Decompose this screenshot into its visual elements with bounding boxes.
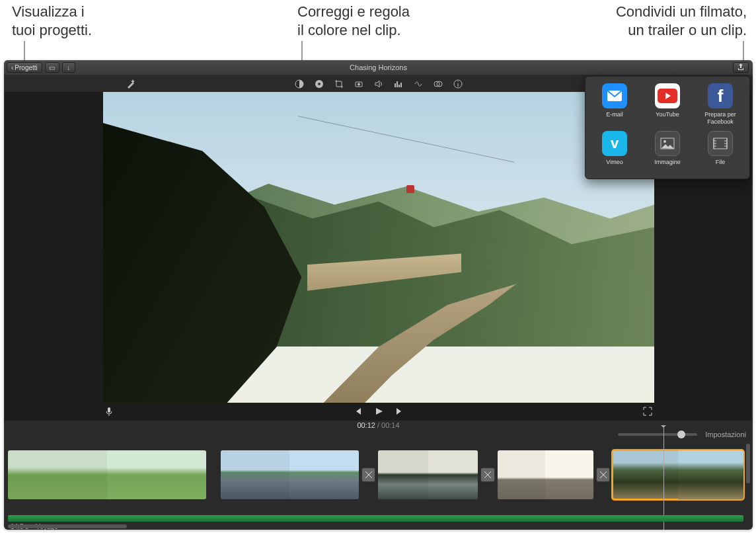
library-layout-button[interactable]: ▭ [45,62,59,73]
share-option-image[interactable]: Immagine [642,131,693,173]
timeline-clip[interactable] [613,450,743,499]
playhead[interactable] [663,428,664,530]
svg-point-12 [663,140,666,143]
info-icon[interactable] [453,79,463,89]
share-popover: E-mailYouTubefPrepara per FacebookvVimeo… [585,76,750,179]
horizontal-scrollbar[interactable] [8,524,127,528]
stabilize-icon[interactable] [354,79,364,89]
color-wheel-icon[interactable] [314,79,324,89]
settings-button[interactable]: Impostazioni [705,430,746,438]
audio-track[interactable] [8,515,743,522]
preview-frame [103,92,654,403]
timeline[interactable] [8,444,743,506]
share-option-email[interactable]: E-mail [589,83,640,126]
chevron-left-icon: ‹ [11,64,13,71]
timeline-zoom-row: Impostazioni [618,430,746,438]
download-arrow-icon: ↓ [67,64,70,71]
import-button[interactable]: ↓ [62,62,75,73]
vimeo-icon: v [602,131,627,156]
color-balance-icon[interactable] [294,79,305,89]
equalizer-icon[interactable] [393,79,404,89]
timeline-clip[interactable] [498,450,593,499]
timeline-clip[interactable] [221,450,359,499]
transition-icon[interactable] [361,468,375,482]
window-toolbar: ‹ Progetti ▭ ↓ Chasing Horizons [4,60,753,75]
share-option-label: E-mail [606,111,623,126]
back-projects-button[interactable]: ‹ Progetti [7,62,42,73]
youtube-icon [655,83,680,108]
timecode-display: 00:12 / 00:14 [4,421,753,429]
svg-rect-8 [108,407,110,413]
share-option-label: YouTube [656,111,679,126]
share-option-label: Immagine [654,159,681,173]
prev-frame-button[interactable] [353,407,362,419]
share-option-youtube[interactable]: YouTube [642,83,693,126]
playback-controls [4,405,753,420]
share-option-label: Vimeo [606,159,623,173]
svg-point-4 [358,83,360,86]
share-option-label: Prepara per Facebook [695,111,745,126]
share-option-label: File [716,159,726,173]
project-title: Chasing Horizons [4,63,753,71]
svg-point-2 [318,83,321,85]
play-button[interactable] [374,407,383,419]
timeline-clip[interactable] [8,450,206,499]
email-icon [602,83,627,108]
transition-icon[interactable] [480,468,494,482]
transition-icon[interactable] [596,468,610,482]
vertical-scrollbar[interactable] [746,444,750,483]
next-frame-button[interactable] [395,407,404,419]
imovie-window: ‹ Progetti ▭ ↓ Chasing Horizons [4,60,753,530]
share-icon [737,63,745,72]
image-icon [655,131,680,156]
file-icon [708,131,733,156]
preview-viewer[interactable] [103,92,654,403]
voiceover-mic-button[interactable] [104,407,114,419]
facebook-icon: f [708,83,733,108]
fullscreen-button[interactable] [643,407,652,419]
share-option-vimeo[interactable]: vVimeo [589,131,640,173]
noise-reduction-icon[interactable] [413,79,424,89]
clip-filter-icon[interactable] [433,79,443,89]
share-option-facebook[interactable]: fPrepara per Facebook [695,83,745,126]
zoom-slider[interactable] [618,433,697,436]
volume-icon[interactable] [373,79,384,89]
crop-icon[interactable] [334,79,344,89]
share-option-file[interactable]: File [695,131,745,173]
layout-icon: ▭ [49,64,55,71]
timeline-clip[interactable] [378,450,478,499]
